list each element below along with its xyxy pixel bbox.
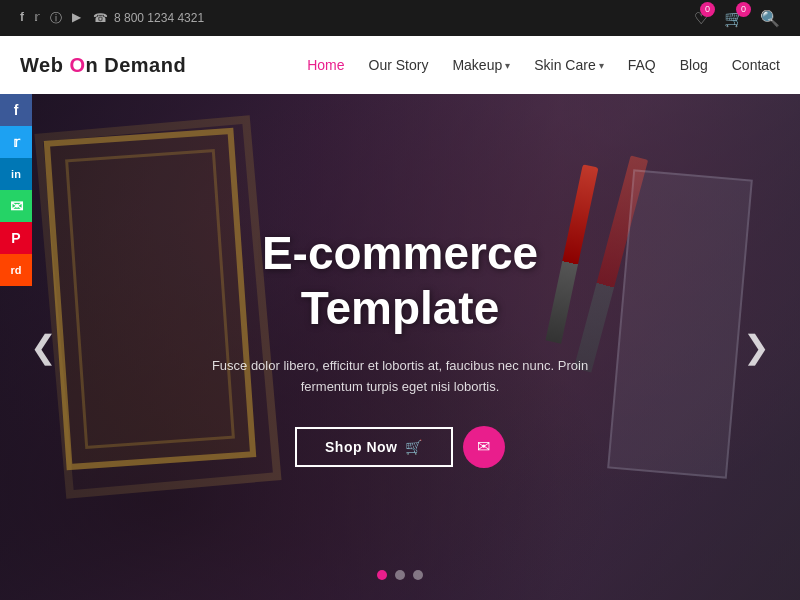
shop-now-label: Shop Now	[325, 439, 397, 455]
top-bar-right: ♡ 0 🛒 0 🔍	[694, 9, 780, 28]
nav-makeup[interactable]: Makeup	[452, 57, 510, 73]
nav-our-story[interactable]: Our Story	[369, 57, 429, 73]
hero-buttons: Shop Now 🛒 ✉	[200, 426, 600, 468]
youtube-icon[interactable]: ▶	[72, 10, 81, 27]
shop-now-button[interactable]: Shop Now 🛒	[295, 427, 453, 467]
sidebar-reddit[interactable]: rd	[0, 254, 32, 286]
social-links: f 𝕣 ⓘ ▶	[20, 10, 81, 27]
nav-faq[interactable]: FAQ	[628, 57, 656, 73]
prev-slide-button[interactable]: ❮	[16, 318, 71, 376]
slide-dots	[377, 570, 423, 580]
nav-blog[interactable]: Blog	[680, 57, 708, 73]
hero-title-line2: Template	[301, 282, 500, 334]
cart-icon: 🛒	[405, 439, 423, 455]
wishlist-wrap[interactable]: ♡ 0	[694, 9, 708, 28]
dot-2[interactable]	[395, 570, 405, 580]
search-icon[interactable]: 🔍	[760, 9, 780, 28]
sidebar-whatsapp[interactable]: ✉	[0, 190, 32, 222]
sidebar-twitter[interactable]: 𝕣	[0, 126, 32, 158]
next-arrow-icon: ❯	[743, 329, 770, 365]
email-icon: ✉	[477, 437, 490, 456]
next-slide-button[interactable]: ❯	[729, 318, 784, 376]
nav-links: Home Our Story Makeup Skin Care FAQ Blog…	[307, 57, 780, 73]
twitter-icon[interactable]: 𝕣	[34, 10, 40, 27]
phone-number: 8 800 1234 4321	[114, 11, 204, 25]
dot-3[interactable]	[413, 570, 423, 580]
sidebar-linkedin[interactable]: in	[0, 158, 32, 190]
hero-title: E-commerce Template	[200, 226, 600, 336]
hero-content: E-commerce Template Fusce dolor libero, …	[0, 226, 800, 468]
logo-highlight: O	[69, 54, 85, 76]
facebook-icon[interactable]: f	[20, 10, 24, 27]
social-sidebar: f 𝕣 in ✉ P rd	[0, 94, 32, 286]
navbar: Web On Demand Home Our Story Makeup Skin…	[0, 36, 800, 94]
dot-1[interactable]	[377, 570, 387, 580]
nav-skin-care[interactable]: Skin Care	[534, 57, 603, 73]
logo[interactable]: Web On Demand	[20, 54, 186, 77]
nav-home[interactable]: Home	[307, 57, 344, 73]
cart-wrap[interactable]: 🛒 0	[724, 9, 744, 28]
instagram-icon[interactable]: ⓘ	[50, 10, 62, 27]
sidebar-facebook[interactable]: f	[0, 94, 32, 126]
sidebar-pinterest[interactable]: P	[0, 222, 32, 254]
wishlist-badge: 0	[700, 2, 715, 17]
hero-section: E-commerce Template Fusce dolor libero, …	[0, 94, 800, 600]
prev-arrow-icon: ❮	[30, 329, 57, 365]
email-button[interactable]: ✉	[463, 426, 505, 468]
hero-title-line1: E-commerce	[262, 227, 538, 279]
hero-subtitle: Fusce dolor libero, efficitur et loborti…	[200, 356, 600, 398]
nav-contact[interactable]: Contact	[732, 57, 780, 73]
phone-icon: ☎	[93, 11, 108, 25]
cart-badge: 0	[736, 2, 751, 17]
phone-info: ☎ 8 800 1234 4321	[93, 11, 204, 25]
top-bar: f 𝕣 ⓘ ▶ ☎ 8 800 1234 4321 ♡ 0 🛒 0 🔍	[0, 0, 800, 36]
top-bar-left: f 𝕣 ⓘ ▶ ☎ 8 800 1234 4321	[20, 10, 204, 27]
